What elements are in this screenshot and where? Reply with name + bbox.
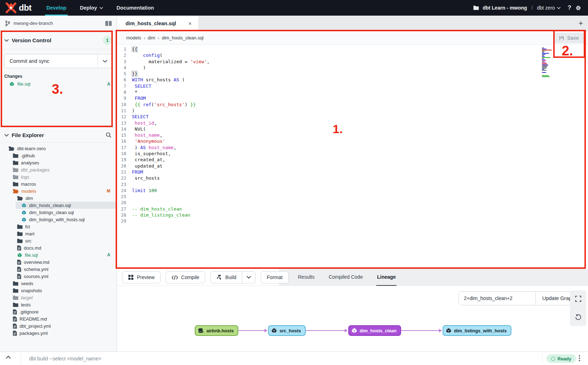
nav-item-deploy[interactable]: Deploy bbox=[80, 0, 103, 16]
tree-item--gitignore[interactable]: .gitignore bbox=[0, 308, 117, 315]
code-text: SELECT bbox=[132, 83, 151, 89]
commit-options-caret[interactable] bbox=[98, 54, 112, 68]
tree-item-tests[interactable]: tests bbox=[0, 301, 117, 308]
tree-item-macros[interactable]: macros bbox=[0, 180, 117, 187]
tree-item-readme-md[interactable]: README.md bbox=[0, 315, 117, 322]
save-button[interactable]: Save bbox=[553, 33, 584, 43]
help-icon[interactable]: ? bbox=[568, 4, 571, 11]
editor-tab-bar: dim_hosts_clean.sql × + bbox=[117, 16, 588, 31]
tree-item-dbt-packages[interactable]: dbt_packages bbox=[0, 166, 117, 173]
tree-item-dbt-learn-zero[interactable]: dbt-learn-zero bbox=[0, 145, 117, 152]
tree-item-packages-yml[interactable]: packages.yml bbox=[0, 329, 117, 337]
topbar-right: dbt Learn - mwong / dbt zero ? bbox=[473, 4, 588, 11]
minimap-line bbox=[542, 66, 548, 66]
tree-item-analyses[interactable]: analyses bbox=[0, 159, 117, 166]
tab-dim-hosts-clean[interactable]: dim_hosts_clean.sql × bbox=[117, 16, 198, 31]
line-number: 29 bbox=[117, 218, 126, 224]
tree-item-file-sql[interactable]: file.sqlA bbox=[0, 251, 117, 258]
tree-item-label: file.sql bbox=[25, 252, 105, 258]
folder-icon bbox=[13, 295, 18, 300]
button-label: Format bbox=[267, 274, 282, 280]
project-name[interactable]: dbt Learn - mwong bbox=[483, 5, 527, 11]
dbt-command-input[interactable] bbox=[28, 353, 349, 364]
tree-item-overview-md[interactable]: overview.md bbox=[0, 258, 117, 266]
minimap-line bbox=[542, 64, 547, 64]
code-line: 10 {{ ref('src_hosts') }} bbox=[117, 102, 588, 108]
line-number: 10 bbox=[117, 102, 126, 108]
chevron-down-icon[interactable] bbox=[4, 39, 9, 42]
search-icon[interactable] bbox=[106, 132, 112, 138]
code-text: updated_at bbox=[132, 163, 162, 169]
tree-item-logs[interactable]: logs bbox=[0, 173, 117, 180]
tree-item-dim-listings-with-hosts-sql[interactable]: dim_listings_with_hosts.sql bbox=[0, 216, 117, 223]
build-options-caret[interactable] bbox=[242, 271, 256, 283]
tree-item-dbt-project-yml[interactable]: dbt_project.yml bbox=[0, 322, 117, 329]
lineage-node-dim-hosts-clean[interactable]: dim_hosts_clean bbox=[348, 325, 401, 336]
panel-tab-lineage[interactable]: Lineage bbox=[376, 269, 396, 286]
fullscreen-icon[interactable] bbox=[575, 296, 581, 302]
tree-item-label: dim bbox=[26, 196, 110, 201]
line-number: 12 bbox=[117, 114, 126, 120]
branch-selector[interactable]: mwong-dev-branch bbox=[0, 16, 117, 31]
git-status-badge: A bbox=[107, 252, 110, 257]
folder-icon bbox=[17, 239, 23, 243]
environment-selector[interactable]: dbt zero bbox=[537, 5, 561, 11]
tree-item-label: fct bbox=[25, 224, 110, 229]
code-line: 18 is_superhost, bbox=[117, 151, 588, 157]
changed-file-row[interactable]: file.sql A bbox=[0, 80, 117, 88]
kebab-menu-icon[interactable] bbox=[579, 355, 580, 361]
compile-button[interactable]: Compile bbox=[166, 271, 205, 283]
new-tab-button[interactable]: + bbox=[578, 16, 583, 31]
tree-item-snapshots[interactable]: snapshots bbox=[0, 287, 117, 294]
git-status-badge: A bbox=[107, 82, 110, 87]
tree-item-dim-hosts-clean-sql[interactable]: dim_hosts_clean.sql bbox=[0, 202, 117, 209]
tree-item-label: overview.md bbox=[24, 260, 110, 265]
code-editor[interactable]: 1{{2 config(3 materialized = 'view',4 )5… bbox=[117, 45, 588, 269]
changed-file-name: file.sql bbox=[17, 81, 104, 87]
build-button[interactable]: Build bbox=[210, 271, 242, 283]
folder-open-icon bbox=[9, 146, 15, 151]
tree-item-sources-yml[interactable]: sources.yml bbox=[0, 273, 117, 280]
code-icon bbox=[172, 275, 178, 280]
model-cube-icon bbox=[9, 81, 15, 87]
tree-item-target[interactable]: target bbox=[0, 294, 117, 301]
code-text: }} bbox=[132, 71, 138, 76]
tree-item-models[interactable]: modelsM bbox=[0, 187, 117, 195]
minimap-line bbox=[542, 55, 544, 56]
lineage-node-src-hosts[interactable]: src_hosts bbox=[268, 325, 306, 336]
tree-item-fct[interactable]: fct bbox=[0, 223, 117, 230]
tree-item-docs-md[interactable]: docs.md bbox=[0, 244, 117, 251]
panel-tab-results[interactable]: Results bbox=[297, 269, 315, 286]
lineage-node-dim-listings-with-hosts[interactable]: dim_listings_with_hosts bbox=[443, 325, 511, 336]
format-button[interactable]: Format bbox=[261, 271, 288, 283]
nav-item-documentation[interactable]: Documentation bbox=[117, 0, 154, 16]
reset-view-icon[interactable] bbox=[575, 314, 582, 321]
tree-item-seeds[interactable]: seeds bbox=[0, 280, 117, 287]
preview-button[interactable]: Preview bbox=[122, 271, 161, 283]
commit-and-sync-button[interactable]: Commit and sync bbox=[5, 54, 98, 68]
dbt-logo[interactable]: dbt bbox=[0, 2, 32, 13]
chevron-up-icon[interactable] bbox=[6, 355, 11, 359]
file-icon bbox=[13, 331, 17, 336]
close-icon[interactable]: × bbox=[188, 21, 192, 27]
panel-tab-compiled-code[interactable]: Compiled Code bbox=[328, 269, 364, 286]
tree-item-schema-yml[interactable]: schema.yml bbox=[0, 266, 117, 273]
lineage-filter-input[interactable] bbox=[459, 292, 536, 305]
code-text: 'Anonymous' bbox=[132, 138, 165, 144]
tree-item--github[interactable]: .github bbox=[0, 152, 117, 159]
chevron-down-icon[interactable] bbox=[4, 134, 9, 137]
tree-item-mart[interactable]: mart bbox=[0, 230, 117, 237]
code-text: created_at, bbox=[132, 157, 165, 162]
minimap-line bbox=[542, 72, 546, 73]
nav-item-label: Develop bbox=[46, 5, 66, 11]
docs-book-icon[interactable] bbox=[105, 21, 112, 26]
tree-item-src[interactable]: src bbox=[0, 237, 117, 244]
gear-icon[interactable] bbox=[575, 5, 582, 11]
tree-item-dim-listings-clean-sql[interactable]: dim_listings_clean.sql bbox=[0, 209, 117, 216]
divider bbox=[21, 352, 21, 365]
tree-item-dim[interactable]: dim bbox=[0, 195, 117, 202]
nav-item-develop[interactable]: Develop bbox=[46, 0, 66, 16]
lineage-node-airbnb-hosts[interactable]: airbnb.hosts bbox=[195, 325, 238, 336]
editor-minimap[interactable] bbox=[542, 48, 553, 78]
line-number: 4 bbox=[117, 65, 126, 71]
